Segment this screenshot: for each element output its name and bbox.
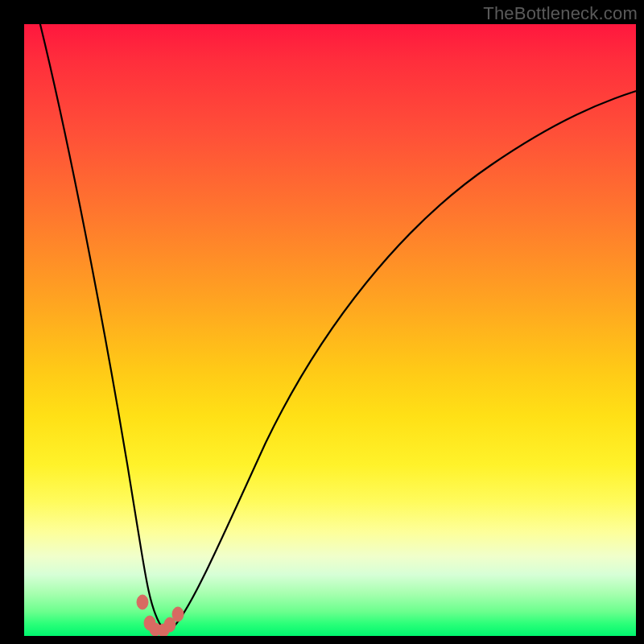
watermark-text: TheBottleneck.com bbox=[483, 3, 638, 24]
bottleneck-curve bbox=[36, 24, 636, 629]
bottleneck-curve-svg bbox=[24, 24, 636, 636]
knot-dot bbox=[172, 607, 184, 621]
plot-area bbox=[24, 24, 636, 636]
knot-cluster bbox=[137, 595, 184, 636]
chart-frame: TheBottleneck.com bbox=[0, 0, 644, 644]
knot-dot bbox=[137, 595, 148, 609]
